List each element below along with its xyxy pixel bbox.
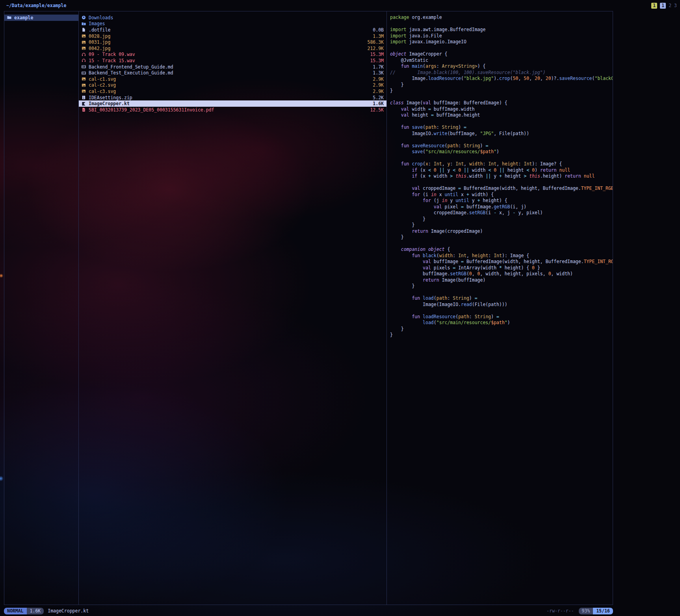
file-name: cal-c3.svg — [89, 89, 370, 94]
code-line: if (x + width > this.width || y + height… — [390, 173, 613, 180]
file-size-badge: 1.6K — [27, 608, 44, 614]
file-icon — [82, 28, 86, 32]
file-name: .dotfile — [89, 27, 370, 33]
file-row[interactable]: .dotfile 0.0B — [79, 27, 386, 33]
file-row[interactable]: cal-c3.svg 2.9K — [79, 88, 386, 95]
file-row[interactable]: Backend_Test_Execution_Guide.md 1.3K — [79, 70, 386, 76]
file-size: 1.6K — [373, 101, 384, 106]
code-line: } — [390, 283, 613, 289]
code-line: return Image(buffImage) — [390, 277, 613, 284]
parent-item-example[interactable]: example — [4, 15, 78, 21]
file-name: Images — [89, 21, 381, 26]
file-row[interactable]: IDEAsettings.zip 5.2K — [79, 95, 386, 101]
code-line: fun save(path: String) = — [390, 124, 613, 131]
code-line: val croppedImage = BufferedImage(width, … — [390, 186, 613, 192]
code-line — [390, 137, 613, 143]
code-line: for (j in y until y + height) { — [390, 198, 613, 204]
header-bar: ~/Data/example/example 1 1 2 3 — [0, 0, 680, 11]
audio-icon — [82, 58, 86, 63]
file-name: 0028.jpg — [89, 33, 370, 39]
code-line — [390, 155, 613, 161]
file-list: Downloads Images .dotfile 0.0B 0028.jpg … — [79, 11, 386, 113]
image-icon — [82, 34, 86, 38]
file-row[interactable]: cal-c1.svg 2.9K — [79, 76, 386, 82]
tab-3[interactable]: 3 — [674, 3, 677, 8]
file-row[interactable]: Images — [79, 21, 386, 27]
code-line: } — [390, 234, 613, 241]
file-size: 1.3K — [373, 70, 384, 76]
code-line: ImageIO.write(buffImage, "JPG", File(pat… — [390, 131, 613, 137]
code-line: @JvmStatic — [390, 58, 613, 64]
folder-download-icon — [82, 15, 86, 20]
file-name: IDEAsettings.zip — [89, 95, 370, 100]
code-line: croppedImage.setRGB(i - x, j - y, pixel) — [390, 210, 613, 216]
code-line — [390, 180, 613, 186]
file-row[interactable]: 0042.jpg 212.9K — [79, 45, 386, 52]
file-size: 586.3K — [367, 39, 384, 45]
tab-bar: 1 1 2 3 — [651, 3, 677, 9]
code-line: // Image.black(100, 100).saveResource("b… — [390, 70, 613, 76]
tab-1-active[interactable]: 1 — [660, 3, 666, 9]
file-row[interactable]: 09 - Track 09.wav 15.3M — [79, 52, 386, 58]
code-line: val width = buffImage.width — [390, 106, 613, 113]
folder-icon — [7, 15, 11, 20]
file-row[interactable]: SBI_0032013739_2023_DE05_0003155631Invoi… — [79, 107, 386, 113]
audio-icon — [82, 52, 86, 57]
image-icon — [82, 89, 86, 93]
code-line: import java.awt.image.BufferedImage — [390, 27, 613, 33]
file-name: 09 - Track 09.wav — [89, 52, 367, 57]
status-bar: NORMAL 1.6K ImageCropper.kt -rw-r--r-- 9… — [4, 606, 613, 616]
code-line: object ImageCropper { — [390, 51, 613, 58]
file-row[interactable]: 15 - Track 15.wav 15.3M — [79, 58, 386, 64]
code-line: } — [390, 332, 613, 338]
code-line — [390, 308, 613, 314]
cursor-position-badge: 15/16 — [593, 608, 613, 614]
breadcrumb: ~/Data/example/example — [6, 3, 66, 8]
image-icon — [82, 40, 86, 45]
file-name: 0042.jpg — [89, 46, 364, 51]
code-line: fun load(path: String) = — [390, 295, 613, 302]
file-row[interactable]: ImageCropper.kt 1.6K — [79, 100, 386, 107]
file-permissions: -rw-r--r-- — [546, 608, 574, 614]
code-line — [390, 119, 613, 125]
file-size: 1.7K — [373, 64, 384, 70]
code-line: fun saveResource(path: String) = — [390, 143, 613, 149]
code-line: val pixels = IntArray(width * height) { … — [390, 265, 613, 271]
markdown-icon — [82, 65, 86, 69]
file-list-pane: Downloads Images .dotfile 0.0B 0028.jpg … — [79, 11, 387, 605]
file-size: 2.9K — [373, 89, 384, 94]
code-line: import javax.imageio.ImageIO — [390, 39, 613, 45]
code-line: } — [390, 216, 613, 223]
file-row[interactable]: Downloads — [79, 15, 386, 21]
image-icon — [82, 83, 86, 87]
markdown-icon — [82, 71, 86, 75]
file-row[interactable]: Backend_Frontend_Setup_Guide.md 1.7K — [79, 64, 386, 70]
scroll-percent-badge: 93% — [579, 608, 593, 614]
preview-code: package org.example import java.awt.imag… — [387, 11, 613, 338]
code-line: } — [390, 326, 613, 332]
folder-images-icon — [82, 22, 86, 26]
code-line: fun main(args: Array<String>) { — [390, 63, 613, 70]
file-row[interactable]: cal-c2.svg 2.9K — [79, 82, 386, 89]
code-line: return Image(croppedImage) — [390, 228, 613, 235]
file-name: cal-c2.svg — [89, 82, 370, 88]
code-line: Image(ImageIO.read(File(path))) — [390, 302, 613, 308]
code-line: save("src/main/resources/$path") — [390, 149, 613, 155]
image-icon — [82, 46, 86, 50]
code-line: val buffImage = BufferedImage(width, hei… — [390, 259, 613, 265]
file-name: Backend_Frontend_Setup_Guide.md — [89, 64, 370, 70]
tab-2[interactable]: 2 — [669, 3, 671, 8]
status-filename: ImageCropper.kt — [48, 608, 89, 614]
file-name: ImageCropper.kt — [89, 101, 370, 106]
code-line: } — [390, 82, 613, 88]
code-line: fun black(width: Int, height: Int): Imag… — [390, 253, 613, 259]
code-line — [390, 94, 613, 100]
pdf-icon — [82, 108, 86, 112]
code-line: package org.example — [390, 15, 613, 21]
file-row[interactable]: 0031.jpg 586.3K — [79, 39, 386, 45]
file-row[interactable]: 0028.jpg 1.3M — [79, 33, 386, 39]
code-line: fun loadResource(path: String) = — [390, 314, 613, 320]
parent-item-label: example — [14, 15, 76, 20]
code-line — [390, 289, 613, 296]
file-size: 5.2K — [373, 95, 384, 100]
